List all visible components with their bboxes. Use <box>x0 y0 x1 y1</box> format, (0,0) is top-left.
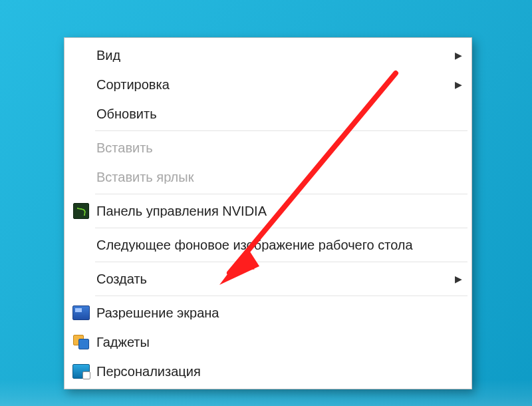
menu-item-label: Создать <box>96 272 453 286</box>
menu-item-label: Обновить <box>96 107 464 120</box>
menu-item-label: Панель управления NVIDIA <box>96 204 464 218</box>
blank-icon <box>70 46 92 65</box>
menu-separator <box>95 130 467 131</box>
menu-item-new[interactable]: Создать▶ <box>66 264 470 294</box>
submenu-arrow-icon: ▶ <box>453 80 464 89</box>
menu-item-label: Сортировка <box>96 78 453 91</box>
menu-item-resolution[interactable]: Разрешение экрана <box>66 298 470 327</box>
nvidia-icon <box>70 202 92 220</box>
menu-item-paste: Вставить <box>66 133 470 162</box>
gadgets-icon <box>70 333 92 351</box>
menu-item-nvidia[interactable]: Панель управления NVIDIA <box>66 196 470 226</box>
menu-item-personalize[interactable]: Персонализация <box>66 357 470 386</box>
menu-item-label: Персонализация <box>96 365 464 378</box>
blank-icon <box>70 138 92 157</box>
menu-item-label: Вставить <box>96 141 464 154</box>
menu-item-label: Следующее фоновое изображение рабочего с… <box>96 238 464 252</box>
blank-icon <box>70 236 92 254</box>
menu-item-label: Вид <box>96 49 453 62</box>
menu-separator <box>95 262 467 262</box>
blank-icon <box>70 75 92 94</box>
menu-separator <box>95 228 467 228</box>
resolution-icon <box>70 304 92 322</box>
menu-item-sort[interactable]: Сортировка▶ <box>66 70 470 99</box>
submenu-arrow-icon: ▶ <box>453 274 464 284</box>
menu-item-next-bg[interactable]: Следующее фоновое изображение рабочего с… <box>66 230 470 260</box>
desktop-background[interactable]: Вид▶Сортировка▶ОбновитьВставитьВставить … <box>0 0 532 406</box>
menu-item-gadgets[interactable]: Гаджеты <box>66 327 470 357</box>
blank-icon <box>70 168 92 186</box>
menu-item-label: Вставить ярлык <box>96 170 464 184</box>
menu-separator <box>95 194 467 194</box>
submenu-arrow-icon: ▶ <box>453 51 464 60</box>
menu-item-label: Разрешение экрана <box>96 306 464 319</box>
blank-icon <box>70 270 92 288</box>
menu-separator <box>95 296 467 296</box>
personalize-icon <box>70 362 92 381</box>
menu-item-paste-lnk: Вставить ярлык <box>66 162 470 192</box>
blank-icon <box>70 104 92 123</box>
menu-item-refresh[interactable]: Обновить <box>66 99 470 128</box>
menu-item-label: Гаджеты <box>96 335 464 349</box>
menu-item-view[interactable]: Вид▶ <box>66 41 470 70</box>
desktop-context-menu: Вид▶Сортировка▶ОбновитьВставитьВставить … <box>64 37 472 389</box>
